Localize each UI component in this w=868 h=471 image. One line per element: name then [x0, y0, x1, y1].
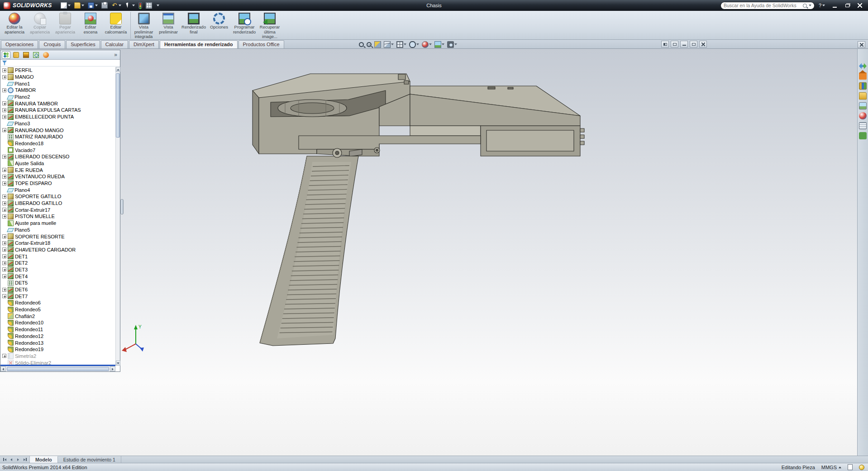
feature-tree-item[interactable]: Redondeo18 [0, 140, 115, 147]
feature-tree-item[interactable]: Plano1 [0, 80, 115, 87]
feature-tree-item[interactable]: Redondeo19 [0, 346, 115, 353]
command-tab[interactable]: Operaciones [1, 40, 38, 48]
tab-configurationmanager[interactable] [22, 51, 30, 59]
feature-tree-item[interactable]: VENTANUCO RUEDA [0, 173, 115, 180]
select-button[interactable] [124, 1, 136, 10]
expand-plus-icon[interactable] [2, 75, 6, 79]
expand-plus-icon[interactable] [2, 195, 6, 199]
tree-horizontal-scrollbar[interactable] [0, 366, 115, 371]
design-library-icon[interactable] [859, 82, 867, 90]
feature-tree-item[interactable]: RANURA TAMBOR [0, 100, 115, 107]
feature-tree-item[interactable]: RANURADO MANGO [0, 127, 115, 133]
file-explorer-icon[interactable] [859, 92, 867, 100]
restore-button[interactable] [842, 1, 853, 10]
feature-tree-item[interactable]: Redondeo10 [0, 319, 115, 326]
save-button[interactable] [86, 1, 99, 10]
zoom-fit-button[interactable] [359, 42, 364, 47]
manager-overflow-chevrons[interactable]: » [114, 52, 119, 58]
graphics-area[interactable]: Y [0, 49, 857, 456]
feature-tree-item[interactable]: TAMBOR [0, 87, 115, 94]
expand-plus-icon[interactable] [2, 88, 6, 92]
search-caret-icon[interactable] [809, 5, 811, 6]
ribbon-button[interactable]: Vista preliminar [156, 12, 181, 39]
feature-tree-item[interactable]: Redondeo11 [0, 326, 115, 333]
feature-tree-item[interactable]: Redondeo13 [0, 339, 115, 346]
first-tab-button[interactable] [1, 457, 8, 462]
document-tab[interactable]: Estudio de movimiento 1 [58, 456, 121, 463]
feature-tree-item[interactable]: MANGO [0, 74, 115, 81]
expand-plus-icon[interactable] [2, 254, 6, 258]
command-tab[interactable]: Herramientas de renderizado [160, 40, 238, 48]
ribbon-button[interactable]: Copiar apariencia [27, 12, 52, 39]
feature-tree-item[interactable]: TOPE DISPARO [0, 180, 115, 187]
tab-dimxpertmanager[interactable] [32, 51, 40, 59]
expand-plus-icon[interactable] [2, 288, 6, 292]
feature-tree-item[interactable]: DET7 [0, 293, 115, 300]
command-tab[interactable]: Superficies [66, 40, 100, 48]
scroll-right-button[interactable] [110, 366, 115, 371]
command-tab[interactable]: Productos Office [238, 40, 284, 48]
feature-tree-item[interactable]: EJE RUEDA [0, 167, 115, 173]
expand-plus-icon[interactable] [2, 241, 6, 245]
document-tab[interactable]: Modelo [30, 456, 58, 463]
feature-tree-item[interactable]: DET5 [0, 280, 115, 286]
expand-plus-icon[interactable] [2, 155, 6, 159]
feature-tree-item[interactable]: SOPORTE RESORTE [0, 233, 115, 240]
view-settings-button[interactable] [447, 41, 457, 48]
minimize-button[interactable] [829, 1, 840, 10]
feature-tree-item[interactable]: Plano2 [0, 94, 115, 100]
status-help-icon[interactable] [859, 465, 864, 470]
feature-tree-item[interactable]: Redondeo5 [0, 306, 115, 313]
close-button[interactable] [854, 1, 865, 10]
expand-plus-icon[interactable] [2, 234, 6, 238]
ribbon-button[interactable]: Recuperar última image... [257, 12, 282, 39]
feature-tree-item[interactable]: Cortar-Extruir18 [0, 240, 115, 247]
horizontal-scroll-thumb[interactable] [7, 367, 109, 371]
view-palette-icon[interactable] [859, 102, 867, 109]
expand-plus-icon[interactable] [2, 208, 6, 212]
scroll-left-button[interactable] [0, 366, 6, 371]
feature-tree-item[interactable]: MATRIZ RANURADO [0, 133, 115, 140]
search-input[interactable] [724, 3, 801, 8]
feature-tree-item[interactable]: RANURA EXPULSA CARTAS [0, 107, 115, 114]
command-tab[interactable]: Croquis [39, 40, 65, 48]
feature-tree-item[interactable]: DET4 [0, 273, 115, 280]
feature-tree-item[interactable]: PISTON MUELLE [0, 213, 115, 220]
feature-tree-item[interactable]: DET3 [0, 266, 115, 273]
expand-plus-icon[interactable] [2, 214, 6, 219]
undo-button[interactable]: ↶ [110, 1, 123, 10]
expand-plus-icon[interactable] [2, 128, 6, 132]
expand-plus-icon[interactable] [2, 68, 6, 72]
rebuild-button[interactable] [137, 1, 143, 10]
tile-left-button[interactable] [661, 41, 669, 48]
close-doc-button[interactable] [699, 41, 707, 48]
expand-plus-icon[interactable] [2, 175, 6, 179]
command-manager-options-button[interactable] [858, 41, 865, 48]
ribbon-button[interactable]: Renderizado final [181, 12, 206, 39]
previous-tab-button[interactable] [8, 457, 14, 462]
ribbon-button[interactable]: Opciones [206, 12, 232, 39]
expand-plus-icon[interactable] [2, 354, 6, 358]
scroll-up-button[interactable] [116, 67, 120, 72]
feature-tree-item[interactable]: DET2 [0, 260, 115, 266]
feature-tree-item[interactable]: DET1 [0, 253, 115, 260]
expand-plus-icon[interactable] [2, 267, 6, 271]
hide-show-button[interactable] [409, 41, 419, 48]
zoom-area-button[interactable] [367, 42, 372, 47]
ribbon-button[interactable]: Editar calcomanía [103, 12, 129, 39]
expand-plus-icon[interactable] [2, 294, 6, 298]
task-pane-arrows-icon[interactable] [859, 62, 867, 70]
expand-plus-icon[interactable] [2, 261, 6, 265]
feature-tree-item[interactable]: Ajuste Salida [0, 160, 115, 167]
feature-tree-item[interactable]: Plano4 [0, 186, 115, 193]
command-tab[interactable]: Calcular [101, 40, 128, 48]
panel-splitter-handle[interactable] [120, 199, 124, 214]
feature-tree-item[interactable]: LIBERADO DESCENSO [0, 153, 115, 160]
appearances-scenes-icon[interactable] [859, 112, 867, 119]
forum-icon[interactable] [859, 132, 867, 139]
custom-properties-icon[interactable] [859, 122, 867, 129]
tree-vertical-scrollbar[interactable] [115, 67, 120, 366]
expand-plus-icon[interactable] [2, 101, 6, 105]
expand-plus-icon[interactable] [2, 247, 6, 252]
scroll-down-button[interactable] [116, 361, 120, 366]
